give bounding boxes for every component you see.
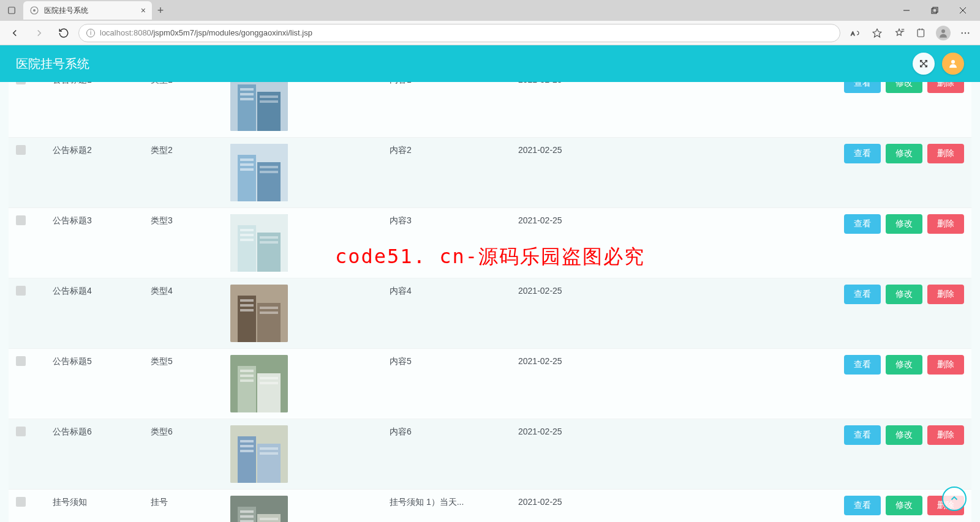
site-info-icon[interactable]: i: [86, 29, 95, 37]
read-aloud-icon[interactable]: A: [845, 23, 865, 43]
collections-icon[interactable]: [911, 23, 931, 43]
row-thumbnail[interactable]: [230, 144, 288, 201]
row-image-cell: [230, 496, 390, 522]
browser-tab[interactable]: 医院挂号系统 ×: [23, 1, 152, 20]
row-image-cell: [230, 82, 390, 131]
row-checkbox[interactable]: [16, 145, 26, 155]
svg-point-17: [962, 32, 963, 33]
svg-rect-72: [238, 507, 256, 522]
svg-rect-67: [240, 445, 254, 447]
row-checkbox[interactable]: [16, 215, 26, 225]
delete-button[interactable]: 删除: [927, 425, 964, 445]
delete-button[interactable]: 删除: [927, 82, 964, 93]
address-bar: i localhost:8080/jspm0x5m7/jsp/modules/g…: [0, 21, 980, 45]
svg-point-2: [33, 9, 36, 12]
tab-overview-button[interactable]: [4, 2, 20, 18]
row-thumbnail[interactable]: [230, 214, 288, 272]
edit-button[interactable]: 修改: [886, 82, 922, 93]
nav-back-button[interactable]: [5, 23, 24, 43]
new-tab-button[interactable]: +: [152, 4, 169, 17]
row-thumbnail[interactable]: [230, 496, 288, 522]
row-checkbox[interactable]: [16, 356, 26, 366]
delete-button[interactable]: 删除: [927, 355, 964, 375]
svg-rect-0: [9, 7, 15, 14]
view-button[interactable]: 查看: [844, 144, 881, 163]
url-field[interactable]: i localhost:8080/jspm0x5m7/jsp/modules/g…: [78, 24, 840, 42]
edit-button[interactable]: 修改: [886, 285, 922, 304]
fullscreen-button[interactable]: [913, 53, 935, 75]
svg-rect-46: [260, 241, 278, 244]
window-minimize-button[interactable]: [893, 1, 920, 20]
edit-button[interactable]: 修改: [886, 496, 922, 515]
edit-button[interactable]: 修改: [886, 144, 922, 163]
edit-button[interactable]: 修改: [886, 214, 922, 234]
more-icon[interactable]: [956, 23, 975, 43]
row-checkbox[interactable]: [16, 497, 26, 507]
svg-rect-42: [240, 229, 254, 231]
svg-rect-61: [260, 377, 278, 379]
row-thumbnail[interactable]: [230, 355, 288, 412]
row-title: 公告标题3: [53, 214, 151, 226]
row-content: 内容1: [390, 82, 518, 86]
svg-rect-56: [238, 366, 256, 412]
browser-chrome: 医院挂号系统 × + i localhost:8080/jspm0x5m7/js…: [0, 0, 980, 45]
edit-button[interactable]: 修改: [886, 425, 922, 445]
svg-rect-4: [932, 9, 937, 13]
svg-text:A: A: [851, 30, 854, 36]
svg-rect-30: [260, 100, 278, 103]
delete-button[interactable]: 删除: [927, 214, 964, 234]
row-date: 2021-02-25: [518, 214, 665, 225]
delete-button[interactable]: 删除: [927, 144, 964, 163]
row-title: 公告标题2: [53, 144, 151, 156]
row-image-cell: [230, 355, 390, 412]
row-type: 类型3: [151, 214, 230, 226]
svg-rect-24: [238, 84, 256, 131]
row-date: 2021-02-25: [518, 144, 665, 155]
delete-button[interactable]: 删除: [927, 285, 964, 304]
row-checkbox[interactable]: [16, 286, 26, 296]
favorites-list-icon[interactable]: [889, 23, 909, 43]
row-type: 挂号: [151, 496, 230, 508]
tab-close-icon[interactable]: ×: [141, 6, 146, 15]
row-checkbox[interactable]: [16, 427, 26, 436]
window-maximize-button[interactable]: [921, 1, 948, 20]
favorite-icon[interactable]: [867, 23, 887, 43]
view-button[interactable]: 查看: [844, 425, 881, 445]
tab-favicon-icon: [29, 6, 39, 15]
content-area[interactable]: 公告标题1 类型1 内容1 2021-02-25 查看 修改 删除: [0, 82, 980, 522]
edit-button[interactable]: 修改: [886, 355, 922, 375]
view-button[interactable]: 查看: [844, 82, 881, 93]
svg-rect-66: [240, 440, 254, 442]
svg-rect-48: [238, 296, 256, 342]
svg-point-19: [968, 32, 969, 33]
row-type: 类型6: [151, 425, 230, 438]
row-thumbnail[interactable]: [230, 285, 288, 342]
row-title: 公告标题6: [53, 425, 151, 438]
svg-rect-28: [240, 98, 254, 100]
nav-forward-button[interactable]: [29, 23, 49, 43]
url-text: localhost:8080/jspm0x5m7/jsp/modules/gon…: [100, 28, 312, 37]
user-button[interactable]: [942, 53, 964, 75]
svg-rect-75: [240, 515, 254, 518]
svg-rect-26: [240, 88, 254, 91]
scroll-top-button[interactable]: [942, 487, 967, 511]
row-actions: 查看 修改 删除: [665, 496, 964, 515]
svg-rect-44: [240, 239, 254, 241]
nav-refresh-button[interactable]: [54, 23, 74, 43]
row-content: 内容6: [390, 425, 518, 438]
profile-icon[interactable]: [933, 23, 953, 43]
view-button[interactable]: 查看: [844, 214, 881, 234]
view-button[interactable]: 查看: [844, 355, 881, 375]
row-thumbnail[interactable]: [230, 425, 288, 483]
view-button[interactable]: 查看: [844, 285, 881, 304]
view-button[interactable]: 查看: [844, 496, 881, 515]
row-thumbnail[interactable]: [230, 82, 288, 131]
window-close-button[interactable]: [949, 1, 976, 20]
row-actions: 查看 修改 删除: [665, 214, 964, 234]
row-image-cell: [230, 285, 390, 342]
row-check-cell: [16, 144, 53, 157]
row-checkbox[interactable]: [16, 82, 26, 84]
svg-rect-13: [918, 29, 924, 37]
table-row: 公告标题4 类型4 内容4 2021-02-25 查看 修改 删除: [9, 278, 971, 349]
svg-rect-70: [260, 452, 278, 455]
